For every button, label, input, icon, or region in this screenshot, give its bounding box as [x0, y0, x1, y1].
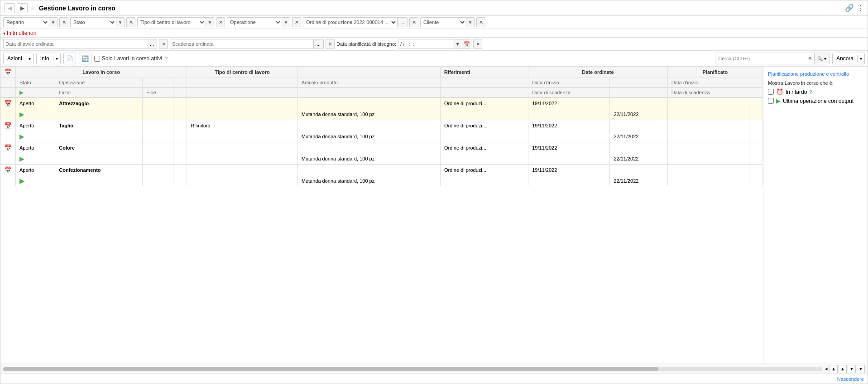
pianificazione-link[interactable]: Pianificazione produzione e controllo [768, 71, 863, 77]
cliente-dropdown-btn[interactable]: ▼ [466, 18, 474, 27]
reparto-dropdown-btn[interactable]: ▼ [49, 18, 57, 27]
operazione-clear-btn[interactable]: ✕ [292, 17, 301, 27]
th2-articolo: Articolo prodotto [297, 78, 440, 87]
sub-fine-cell [173, 109, 187, 120]
ultima-op-checkbox[interactable] [768, 98, 774, 104]
data-pianificata-calendar-btn[interactable]: 📅 [462, 39, 471, 49]
avvio-ellipsis-btn[interactable]: ... [147, 39, 157, 49]
sub-data-scadenza-cell: 22/11/2022 [610, 175, 667, 186]
ordine-clear-btn[interactable]: ✕ [409, 17, 418, 27]
in-ritardo-help-icon[interactable]: ? [809, 89, 812, 95]
tipo-centro-clear-btn[interactable]: ✕ [216, 17, 225, 27]
scroll-right-btn[interactable]: ▼ [857, 365, 865, 373]
solo-lavori-label[interactable]: Solo Lavori in corso attivi [94, 55, 162, 62]
tipo-centro-cell [187, 98, 298, 109]
forward-button[interactable]: ▶ [17, 3, 28, 13]
chevron-cell[interactable]: ▶ [16, 153, 55, 165]
inizio-cell [143, 98, 173, 109]
th2-pian-inizio: Data d'inizio [667, 78, 749, 87]
data-pianificata-clear-btn[interactable]: ✕ [473, 39, 482, 49]
inizio-cell [143, 165, 173, 175]
chevron-right-icon: ▶ [19, 133, 24, 140]
ordine-dropdown-btn[interactable]: ... [397, 18, 407, 27]
table-row[interactable]: ▶Mutanda donna standard, 100 pz22/11/202… [0, 175, 763, 186]
operazione-dropdown-btn[interactable]: ▼ [282, 18, 290, 27]
table-row[interactable]: ▶Mutanda donna standard, 100 pz22/11/202… [0, 109, 763, 120]
stato-select[interactable]: Stato [71, 18, 116, 27]
cliente-clear-btn[interactable]: ✕ [476, 17, 485, 27]
reparto-clear-btn[interactable]: ✕ [59, 17, 68, 27]
link-icon[interactable]: 🔗 [845, 4, 854, 12]
riferimento-cell: Ordine di produzi... [441, 120, 528, 131]
chevron-cell[interactable]: ▶ [16, 175, 55, 186]
scroll-left-btn[interactable]: ▼ [848, 365, 856, 373]
operazione-cell: Colore [55, 142, 143, 153]
data-pianificata-dropdown-btn[interactable]: ▼ [453, 39, 462, 49]
cliente-select[interactable]: Cliente [421, 18, 466, 27]
scroll-track[interactable] [3, 367, 822, 371]
scroll-down-btn[interactable]: ▲ [839, 365, 847, 373]
stato-clear-btn[interactable]: ✕ [126, 17, 135, 27]
search-clear-btn[interactable]: ✕ [806, 55, 814, 62]
th2-pian-scad [749, 78, 762, 87]
data-scadenza-cell [610, 120, 667, 131]
footer-bar: Nascondere [0, 374, 868, 384]
scadenza-clear-btn[interactable]: ✕ [326, 39, 335, 49]
fine-cell [173, 98, 187, 109]
document-icon-button[interactable]: 📄 [63, 53, 76, 64]
articolo-cell [297, 165, 440, 175]
data-pianificata-input[interactable] [398, 39, 453, 49]
ancora-button[interactable]: Ancora ▾ [832, 53, 865, 64]
header-calendar-icon: 📅 [4, 68, 12, 76]
table-row[interactable]: 📅ApertoConfezionamentoOrdine di produzi.… [0, 165, 763, 175]
sub-pian-scadenza-cell [749, 175, 762, 186]
table-row[interactable]: ▶Mutanda donna standard, 100 pz22/11/202… [0, 153, 763, 165]
refresh-button[interactable]: 🔄 [79, 53, 91, 64]
scadenza-input-group: ... [170, 39, 324, 49]
favorite-icon[interactable]: ☆ [29, 5, 35, 12]
th-tipo-centro: Tipo di centro di lavoro [187, 67, 298, 78]
chevron-cell[interactable]: ▶ [16, 131, 55, 142]
table-body: 📅ApertoAttrezzaggioOrdine di produzi...1… [0, 98, 763, 187]
pian-inizio-cell [667, 120, 749, 131]
azioni-button[interactable]: Azioni ▾ [3, 53, 34, 64]
avvio-input[interactable] [4, 39, 147, 49]
tipo-centro-select[interactable]: Tipo di centro di lavoro [138, 18, 206, 27]
operazione-select[interactable]: Operazione [227, 18, 282, 27]
calendar-icon: 📅 [4, 100, 12, 107]
search-input[interactable] [715, 53, 806, 64]
chevron-right-icon: ▶ [19, 155, 24, 162]
filtri-ulteriori-toggle[interactable]: ▾ Filtri ulteriori [3, 30, 36, 36]
scroll-up-btn[interactable]: ▲ [830, 365, 838, 373]
table-row[interactable]: 📅ApertoColoreOrdine di produzi...19/11/2… [0, 142, 763, 153]
solo-lavori-checkbox[interactable] [94, 56, 100, 62]
calendar-cell: 📅 [0, 120, 16, 131]
stato-dropdown-btn[interactable]: ▼ [116, 18, 124, 27]
tipo-centro-dropdown-btn[interactable]: ▼ [206, 18, 214, 27]
back-button[interactable]: ◀ [4, 3, 15, 13]
avvio-clear-btn[interactable]: ✕ [159, 39, 168, 49]
data-scadenza-cell [610, 98, 667, 109]
nascondere-link[interactable]: Nascondere [837, 376, 864, 382]
ordine-select[interactable]: Ordine di produzione 2022-000014 ... [303, 18, 397, 27]
th3-empty7 [749, 87, 762, 98]
help-icon[interactable]: ? [165, 56, 168, 61]
chevron-down-icon: ▾ [3, 31, 5, 36]
more-options-icon[interactable]: ⋮ [857, 4, 864, 12]
sub-op-cell [55, 153, 143, 165]
info-button[interactable]: Info ▾ [36, 53, 61, 64]
scadenza-input[interactable] [170, 39, 313, 49]
scadenza-ellipsis-btn[interactable]: ... [313, 39, 323, 49]
sub-data-scadenza-cell: 22/11/2022 [610, 109, 667, 120]
chevron-cell[interactable]: ▶ [16, 109, 55, 120]
late-icon: ⏰ [776, 88, 783, 95]
search-arrow-btn[interactable]: 🔍 ▾ [814, 53, 829, 64]
reparto-select[interactable]: Reparto [4, 18, 49, 27]
in-ritardo-checkbox[interactable] [768, 89, 774, 95]
table-row[interactable]: 📅ApertoAttrezzaggioOrdine di produzi...1… [0, 98, 763, 109]
filter-row-1: Reparto ▼ ✕ Stato ▼ ✕ Tipo di centro di … [0, 16, 868, 29]
scroll-arrow-marker: ◂ [825, 366, 828, 372]
calendar-icon: 📅 [4, 166, 12, 174]
table-row[interactable]: 📅ApertoTaglioRifinituraOrdine di produzi… [0, 120, 763, 131]
table-row[interactable]: ▶Mutanda donna standard, 100 pz22/11/202… [0, 131, 763, 142]
